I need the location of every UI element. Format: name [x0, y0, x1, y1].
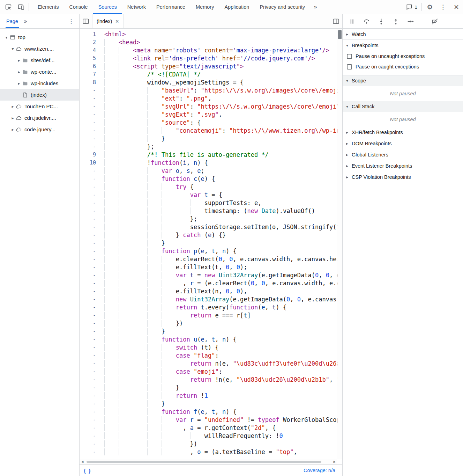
pretty-print-button[interactable]: { }	[84, 468, 91, 474]
line-number[interactable]: -	[80, 448, 101, 456]
section-global-listeners[interactable]: ▸Global Listeners	[343, 149, 463, 160]
tree-collapsed-icon[interactable]: ▸	[16, 69, 22, 74]
device-toolbar-icon[interactable]	[15, 0, 27, 14]
tab-application[interactable]: Application	[219, 0, 254, 14]
line-number[interactable]: -	[80, 247, 101, 255]
line-number[interactable]: -	[80, 424, 101, 432]
line-number[interactable]: -	[80, 199, 101, 207]
line-number[interactable]: -	[80, 368, 101, 376]
line-number[interactable]: -	[80, 143, 101, 151]
code-line[interactable]: - return n(e, "\ud83c\udff3\ufe0f\u200d\…	[80, 360, 337, 368]
section-call-stack[interactable]: ▾Call Stack	[343, 101, 463, 112]
tree-expanded-icon[interactable]: ▾	[10, 46, 16, 51]
line-number[interactable]: -	[80, 95, 101, 103]
section-expanded-icon[interactable]: ▾	[346, 78, 352, 83]
code-line[interactable]: 2 <head>	[80, 38, 337, 46]
code-line[interactable]: - , o = (a.textBaseline = "top",	[80, 448, 337, 456]
settings-gear-icon[interactable]: ⚙	[423, 3, 436, 11]
code-editor[interactable]: 1<html>2 <head>4 <meta name='robots' con…	[80, 29, 342, 464]
section-breakpoints[interactable]: ▾Breakpoints	[343, 40, 463, 51]
code-line[interactable]: - case "emoji":	[80, 368, 337, 376]
code-line[interactable]: - return t.every(function(e, t) {	[80, 303, 337, 312]
line-number[interactable]: -	[80, 384, 101, 392]
horizontal-scrollbar-thumb[interactable]	[87, 461, 321, 463]
tree-collapsed-icon[interactable]: ▸	[16, 81, 22, 86]
code-line[interactable]: 5 <link rel='dns-prefetch' href='//code.…	[80, 54, 337, 63]
line-number[interactable]: -	[80, 376, 101, 384]
line-number[interactable]: -	[80, 360, 101, 368]
line-number[interactable]: -	[80, 223, 101, 231]
code-line[interactable]: - switch (t) {	[80, 344, 337, 352]
line-number[interactable]: -	[80, 175, 101, 183]
file-tab-index[interactable]: (index) ✕	[92, 14, 124, 28]
code-line[interactable]: - var r = "undefined" != typeof WorkerGl…	[80, 416, 337, 424]
code-line[interactable]: - var t = new Uint32Array(e.getImageData…	[80, 271, 337, 279]
line-number[interactable]: -	[80, 111, 101, 119]
code-line[interactable]: - sessionStorage.setItem(o, JSON.stringi…	[80, 223, 337, 231]
step-into-icon[interactable]	[377, 17, 385, 25]
line-number[interactable]: 10	[80, 159, 101, 167]
more-options-icon[interactable]: ⋮	[436, 3, 450, 11]
code-line[interactable]: - willReadFrequently: !0	[80, 432, 337, 440]
line-number[interactable]: 5	[80, 54, 101, 63]
code-line[interactable]: - return !n(e, "\ud83d\udc26\u200d\u2b1b…	[80, 376, 337, 384]
line-number[interactable]: 7	[80, 71, 101, 79]
line-number[interactable]: -	[80, 239, 101, 247]
pause-icon[interactable]	[348, 17, 356, 25]
option-pause-on-caught-exceptions[interactable]: Pause on caught exceptions	[343, 61, 463, 72]
line-number[interactable]: 6	[80, 63, 101, 71]
code-line[interactable]: - return e === r[t]	[80, 312, 337, 320]
code-line[interactable]: 6 <script type="text/javascript">	[80, 63, 337, 71]
line-number[interactable]: -	[80, 400, 101, 408]
code-line[interactable]: - }	[80, 384, 337, 392]
tree-item-index[interactable]: (index)	[0, 89, 79, 101]
line-number[interactable]: -	[80, 287, 101, 295]
tree-collapsed-icon[interactable]: ▸	[10, 127, 16, 132]
line-number[interactable]: -	[80, 416, 101, 424]
line-number[interactable]: -	[80, 167, 101, 175]
horizontal-scrollbar[interactable]: ◀ ▶	[80, 459, 337, 464]
line-number[interactable]: -	[80, 312, 101, 320]
section-collapsed-icon[interactable]: ▸	[346, 163, 352, 168]
code-line[interactable]: - };	[80, 143, 337, 151]
tree-item-top[interactable]: ▾top	[0, 31, 79, 43]
code-line[interactable]: - var o, s, e;	[80, 167, 337, 175]
code-line[interactable]: - })	[80, 320, 337, 328]
line-number[interactable]: -	[80, 255, 101, 263]
step-over-icon[interactable]	[362, 17, 371, 25]
step-out-icon[interactable]	[391, 17, 400, 25]
section-dom-breakpoints[interactable]: ▸DOM Breakpoints	[343, 138, 463, 149]
section-collapsed-icon[interactable]: ▸	[346, 32, 352, 37]
code-line[interactable]: - } catch (e) {}	[80, 231, 337, 239]
code-line[interactable]: 1<html>	[80, 30, 337, 38]
line-number[interactable]: -	[80, 191, 101, 199]
code-line[interactable]: 7 /* <![CDATA[ */	[80, 71, 337, 79]
tree-item-code-jquery[interactable]: ▸code.jquery...	[0, 124, 79, 135]
issues-button[interactable]: 1	[403, 3, 420, 10]
line-number[interactable]: 9	[80, 151, 101, 159]
code-line[interactable]: - timestamp: (new Date).valueOf()	[80, 207, 337, 215]
section-event-listener-breakpoints[interactable]: ▸Event Listener Breakpoints	[343, 160, 463, 171]
line-number[interactable]: -	[80, 103, 101, 111]
step-icon[interactable]	[406, 17, 415, 25]
code-line[interactable]: - }	[80, 239, 337, 247]
code-line[interactable]: - function u(e, t, n) {	[80, 336, 337, 344]
line-number[interactable]: 4	[80, 46, 101, 54]
code-line[interactable]: - }	[80, 135, 337, 143]
line-number[interactable]: -	[80, 207, 101, 215]
tree-item-touchen-pc[interactable]: ▸TouchEn PC...	[0, 101, 79, 112]
code-line[interactable]: - supportTests: e,	[80, 199, 337, 207]
code-line[interactable]: 8 window._wpemojiSettings = {	[80, 79, 337, 87]
line-number[interactable]: -	[80, 87, 101, 95]
inspect-element-icon[interactable]	[2, 0, 15, 14]
code-line[interactable]: - }	[80, 328, 337, 336]
line-number[interactable]: -	[80, 440, 101, 448]
line-number[interactable]: -	[80, 336, 101, 344]
line-number[interactable]: -	[80, 119, 101, 127]
line-number[interactable]: -	[80, 392, 101, 400]
line-number[interactable]: -	[80, 279, 101, 287]
tree-collapsed-icon[interactable]: ▸	[16, 58, 22, 63]
line-number[interactable]: -	[80, 320, 101, 328]
code-line[interactable]: - function c(e) {	[80, 175, 337, 183]
navigator-menu-icon[interactable]: ⋮	[63, 14, 79, 28]
